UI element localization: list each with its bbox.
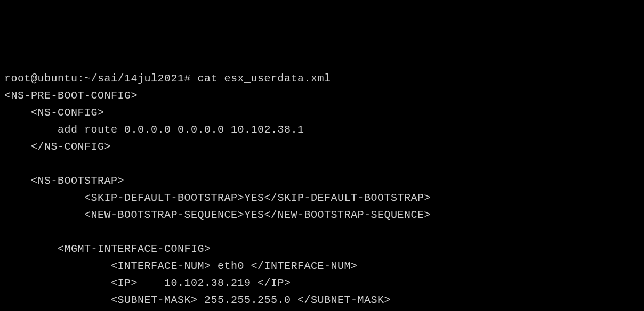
output-line: </NS-CONFIG> <box>4 141 111 153</box>
output-line: <NEW-BOOTSTRAP-SEQUENCE>YES</NEW-BOOTSTR… <box>4 209 431 221</box>
shell-prompt: root@ubuntu:~/sai/14jul2021# <box>4 72 198 85</box>
output-line: <IP> 10.102.38.219 </IP> <box>4 277 291 289</box>
output-line: <MGMT-INTERFACE-CONFIG> <box>4 243 211 255</box>
output-line: <SKIP-DEFAULT-BOOTSTRAP>YES</SKIP-DEFAUL… <box>4 192 431 204</box>
output-line: <SUBNET-MASK> 255.255.255.0 </SUBNET-MAS… <box>4 294 391 306</box>
output-line: <NS-BOOTSTRAP> <box>4 175 124 187</box>
output-line: <NS-CONFIG> <box>4 107 104 119</box>
output-line: <NS-PRE-BOOT-CONFIG> <box>4 89 138 102</box>
output-line: <INTERFACE-NUM> eth0 </INTERFACE-NUM> <box>4 260 358 272</box>
output-line: add route 0.0.0.0 0.0.0.0 10.102.38.1 <box>4 124 304 136</box>
shell-command: cat esx_userdata.xml <box>198 72 331 85</box>
terminal-output[interactable]: root@ubuntu:~/sai/14jul2021# cat esx_use… <box>4 70 640 311</box>
